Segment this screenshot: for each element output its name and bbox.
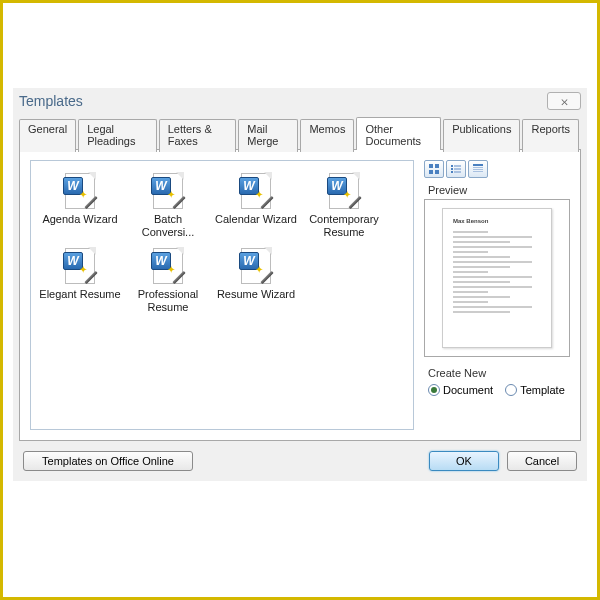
svg-rect-13: [473, 171, 483, 172]
svg-rect-11: [473, 167, 483, 168]
template-label: Agenda Wizard: [42, 213, 117, 226]
template-label: Elegant Resume: [39, 288, 120, 301]
tab-general[interactable]: General: [19, 119, 76, 152]
view-details-button[interactable]: [468, 160, 488, 178]
svg-rect-6: [451, 168, 453, 170]
template-label: Contemporary Resume: [303, 213, 385, 238]
templates-online-button[interactable]: Templates on Office Online: [23, 451, 193, 471]
svg-rect-0: [429, 164, 433, 168]
radio-template[interactable]: Template: [505, 384, 565, 396]
template-elegant-resume[interactable]: W Elegant Resume: [37, 246, 123, 315]
template-calendar-wizard[interactable]: W Calendar Wizard: [213, 171, 299, 240]
radio-label: Template: [520, 384, 565, 396]
svg-rect-9: [454, 171, 461, 173]
templates-dialog: Templates ⨉ General Legal Pleadings Lett…: [13, 88, 587, 481]
titlebar: Templates ⨉: [13, 88, 587, 116]
create-new-radios: Document Template: [424, 382, 570, 398]
details-icon: [472, 163, 484, 175]
svg-rect-10: [473, 164, 483, 166]
word-wizard-icon: W: [325, 173, 363, 211]
word-wizard-icon: W: [61, 173, 99, 211]
template-list: W Agenda Wizard W Batch Conversi... W Ca…: [30, 160, 414, 430]
create-new-label: Create New: [428, 367, 570, 379]
template-label: Batch Conversi...: [127, 213, 209, 238]
word-wizard-icon: W: [149, 248, 187, 286]
dialog-title: Templates: [19, 93, 83, 109]
svg-rect-1: [435, 164, 439, 168]
tab-reports[interactable]: Reports: [522, 119, 579, 152]
template-agenda-wizard[interactable]: W Agenda Wizard: [37, 171, 123, 240]
view-list-button[interactable]: [446, 160, 466, 178]
template-batch-conversion[interactable]: W Batch Conversi...: [125, 171, 211, 240]
view-buttons: [424, 160, 570, 178]
word-wizard-icon: W: [149, 173, 187, 211]
dialog-footer: Templates on Office Online OK Cancel: [13, 441, 587, 481]
tab-memos[interactable]: Memos: [300, 119, 354, 152]
list-icon: [450, 163, 462, 175]
cancel-button[interactable]: Cancel: [507, 451, 577, 471]
tab-legal-pleadings[interactable]: Legal Pleadings: [78, 119, 157, 152]
preview-name: Max Benson: [453, 217, 541, 227]
radio-icon: [428, 384, 440, 396]
close-button[interactable]: ⨉: [547, 92, 581, 110]
word-wizard-icon: W: [237, 173, 275, 211]
tab-other-documents[interactable]: Other Documents: [356, 117, 441, 150]
svg-rect-4: [451, 165, 453, 167]
view-large-icons-button[interactable]: [424, 160, 444, 178]
radio-document[interactable]: Document: [428, 384, 493, 396]
svg-rect-5: [454, 165, 461, 167]
word-wizard-icon: W: [237, 248, 275, 286]
tab-strip: General Legal Pleadings Letters & Faxes …: [13, 117, 587, 150]
svg-rect-3: [435, 170, 439, 174]
preview-label: Preview: [428, 184, 570, 196]
tab-panel: W Agenda Wizard W Batch Conversi... W Ca…: [19, 149, 581, 441]
svg-rect-8: [451, 171, 453, 173]
template-resume-wizard[interactable]: W Resume Wizard: [213, 246, 299, 315]
word-wizard-icon: W: [61, 248, 99, 286]
template-label: Resume Wizard: [217, 288, 295, 301]
tab-mail-merge[interactable]: Mail Merge: [238, 119, 298, 152]
preview-box: Max Benson: [424, 199, 570, 357]
template-contemporary-resume[interactable]: W Contemporary Resume: [301, 171, 387, 240]
radio-label: Document: [443, 384, 493, 396]
ok-button[interactable]: OK: [429, 451, 499, 471]
template-label: Calendar Wizard: [215, 213, 297, 226]
radio-icon: [505, 384, 517, 396]
close-icon: ⨉: [561, 94, 568, 108]
right-pane: Preview Max Benson: [424, 150, 580, 440]
tab-letters-faxes[interactable]: Letters & Faxes: [159, 119, 237, 152]
template-label: Professional Resume: [127, 288, 209, 313]
large-icons-icon: [428, 163, 440, 175]
svg-rect-7: [454, 168, 461, 170]
tab-publications[interactable]: Publications: [443, 119, 520, 152]
template-professional-resume[interactable]: W Professional Resume: [125, 246, 211, 315]
svg-rect-12: [473, 169, 483, 170]
svg-rect-2: [429, 170, 433, 174]
create-new-group: Create New Document Template: [424, 365, 570, 398]
preview-page: Max Benson: [442, 208, 552, 348]
icon-grid: W Agenda Wizard W Batch Conversi... W Ca…: [37, 171, 407, 316]
